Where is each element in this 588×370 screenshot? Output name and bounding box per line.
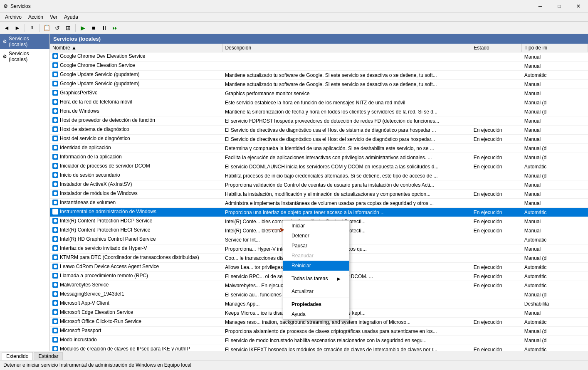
play-button[interactable]: ▶ (78, 23, 88, 33)
ctx-item-detener[interactable]: Detener (283, 231, 349, 241)
table-row[interactable]: Instalador de módulos de WindowsHabilita… (50, 190, 588, 199)
forward-button[interactable]: ► (12, 23, 22, 33)
cell-service-name: Intel(R) Content Protection HECI Service (50, 226, 222, 235)
table-row[interactable]: Hora de WindowsMantiene la sincronizació… (50, 107, 588, 116)
table-row[interactable]: Instrumental de administración de Window… (50, 208, 588, 217)
left-panel-icon: ⚙ (2, 39, 7, 44)
cell-service-status (471, 89, 522, 98)
col-header-type[interactable]: Tipo de ini (522, 44, 588, 52)
table-row[interactable]: Host de proveedor de detección de funció… (50, 116, 588, 126)
cell-service-type: Manual (d (522, 336, 588, 345)
context-menu: IniciarDetenerPausarReanudarReiniciarTod… (283, 220, 349, 320)
cell-service-desc: El Servicio de directivas de diagnóstico… (222, 126, 471, 135)
ctx-item-label: Todas las tareas (292, 276, 328, 281)
table-row[interactable]: Identidad de aplicaciónDetermina y compr… (50, 144, 588, 153)
cell-service-status (471, 98, 522, 107)
col-header-status[interactable]: Estado (471, 44, 522, 52)
console-icon: ⊞ (66, 25, 71, 31)
ctx-item-actualizar[interactable]: Actualizar (283, 286, 349, 296)
ctx-separator (283, 272, 349, 272)
cell-service-status (471, 327, 522, 336)
table-row[interactable]: Información de la aplicaciónFacilita la … (50, 153, 588, 162)
col-header-name[interactable]: Nombre ▲ (50, 44, 222, 52)
table-row[interactable]: Instalador de ActiveX (AxInstSV)Proporci… (50, 180, 588, 190)
cell-service-status (471, 235, 522, 244)
table-row[interactable]: Microsoft PassportProporciona aislamient… (50, 327, 588, 336)
cell-service-status (471, 308, 522, 318)
cell-service-status (471, 254, 522, 263)
table-row[interactable]: Módulos de creación de claves de IPsec p… (50, 345, 588, 351)
cell-service-type: Manual (522, 226, 588, 235)
ctx-item-reiniciar[interactable]: Reiniciar (283, 261, 349, 271)
ctx-item-propiedades[interactable]: Propiedades (283, 299, 349, 309)
tab-extendido[interactable]: Extendido (2, 352, 33, 360)
pause-icon: ⏸ (101, 25, 107, 31)
menu-ayuda[interactable]: Ayuda (61, 13, 82, 21)
properties-button[interactable]: 📋 (42, 23, 52, 33)
tab-estandar[interactable]: Estándar (34, 352, 63, 360)
table-row[interactable]: Instantáneas de volumenAdministra e impl… (50, 199, 588, 208)
window-title: Servicios (10, 3, 31, 9)
cell-service-name: Intel(R) Content Protection HDCP Service (50, 217, 222, 226)
ctx-item-iniciar[interactable]: Iniciar (283, 221, 349, 231)
table-row[interactable]: Google Update Servicio (gupdatem)Mantien… (50, 80, 588, 89)
table-row[interactable]: Hora de la red de telefonía móvilEste se… (50, 98, 588, 107)
stop-button[interactable]: ■ (89, 23, 99, 33)
cell-service-name: Google Update Servicio (gupdatem) (50, 71, 222, 80)
cell-service-status: En ejecución (471, 281, 522, 290)
table-row[interactable]: Google Chrome Elevation ServiceManual (50, 62, 588, 71)
resume-button[interactable]: ⏭ (110, 23, 120, 33)
cell-service-desc: Mantiene actualizado tu software de Goog… (222, 71, 471, 80)
cell-service-type: Manual (522, 199, 588, 208)
cell-service-name: Instalador de módulos de Windows (50, 190, 222, 199)
minimize-button[interactable]: ─ (531, 0, 550, 12)
back-button[interactable]: ◄ (2, 23, 12, 33)
cell-service-name: KTMRM para DTC (Coordinador de transacci… (50, 254, 222, 263)
cell-service-type: Automátic (522, 235, 588, 244)
cell-service-status: En ejecución (471, 217, 522, 226)
pause-button[interactable]: ⏸ (99, 23, 109, 33)
ctx-item-label: Detener (292, 233, 309, 239)
console-button[interactable]: ⊞ (63, 23, 73, 33)
maximize-button[interactable]: □ (550, 0, 569, 12)
cell-service-type: Manual (522, 244, 588, 254)
menu-ver[interactable]: Ver (47, 13, 61, 21)
table-row[interactable]: GraphicsPerfSvcGraphics performance moni… (50, 89, 588, 98)
table-row[interactable]: Host del servicio de diagnósticoEl Servi… (50, 135, 588, 144)
up-button[interactable]: ⬆ (27, 23, 37, 33)
cell-service-status: En ejecución (471, 226, 522, 235)
cell-service-type: Manual (522, 217, 588, 226)
close-button[interactable]: ✕ (569, 0, 588, 12)
cell-service-status: En ejecución (471, 126, 522, 135)
status-text: Detener e iniciar servicio Instrumental … (3, 362, 191, 368)
table-row[interactable]: Google Chrome Dev Elevation ServiceManua… (50, 52, 588, 62)
cell-service-type: Manual (522, 116, 588, 126)
table-row[interactable]: Google Update Servicio (gupdatem)Mantien… (50, 71, 588, 80)
table-row[interactable]: Host de sistema de diagnósticoEl Servici… (50, 126, 588, 135)
refresh-button[interactable]: ↺ (52, 23, 62, 33)
cell-service-name: Iniciador de procesos de servidor DCOM (50, 162, 222, 171)
left-panel-item[interactable]: ⚙ Servicios (locales) (0, 49, 49, 64)
play-icon: ▶ (81, 25, 85, 31)
ctx-item-pausar[interactable]: Pausar (283, 241, 349, 251)
properties-icon: 📋 (43, 25, 50, 31)
cell-service-name: Intel(R) HD Graphics Control Panel Servi… (50, 235, 222, 244)
table-row[interactable]: Iniciador de procesos de servidor DCOMEl… (50, 162, 588, 171)
ctx-item-ayuda[interactable]: Ayuda (283, 309, 349, 319)
cell-service-type: Manual (d (522, 171, 588, 180)
local-services-icon: ⚙ (2, 54, 7, 59)
cell-service-name: Leawo CdRom Device Access Agent Service (50, 263, 222, 272)
menu-archivo[interactable]: Archivo (2, 13, 25, 21)
ctx-item-todas-las-tareas[interactable]: Todas las tareas▶ (283, 274, 349, 284)
left-panel-header: ⚙ Servicios (locales) (0, 34, 49, 49)
col-header-desc[interactable]: Descripción (222, 44, 471, 52)
cell-service-status (471, 180, 522, 190)
cell-service-type: Manual (522, 62, 588, 71)
cell-service-name: Google Chrome Dev Elevation Service (50, 52, 222, 62)
menu-accion[interactable]: Acción (25, 13, 47, 21)
table-row[interactable]: Modo incrustadoEl servicio de modo incru… (50, 336, 588, 345)
cell-service-name: Identidad de aplicación (50, 144, 222, 153)
table-row[interactable]: Inicio de sesión secundarioHabilita proc… (50, 171, 588, 180)
cell-service-name: MessagingService_1943def1 (50, 290, 222, 299)
cell-service-status (471, 62, 522, 71)
